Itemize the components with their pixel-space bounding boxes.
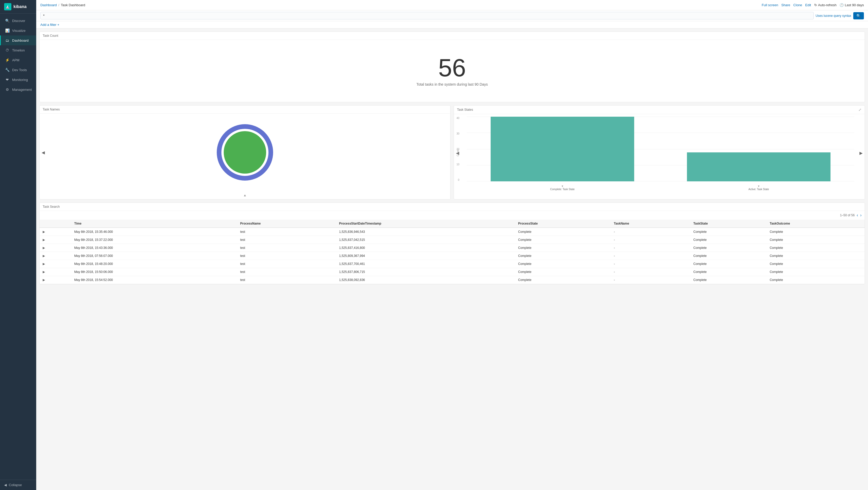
task-count-title: Task Count <box>39 32 865 40</box>
sidebar-collapse-button[interactable]: ◀ Collapse <box>0 480 36 490</box>
cell-taskname: - <box>611 228 690 236</box>
x-axis-labels: ▼ Complete: Task State ▼ Active: Task St… <box>467 184 854 191</box>
search-bar: Uses lucene query syntax 🔍 <box>36 10 868 21</box>
cell-taskname: - <box>611 244 690 252</box>
prev-page-button[interactable]: ‹ <box>857 213 858 218</box>
sidebar-item-apm[interactable]: ⚡ APM <box>0 55 36 65</box>
bar-active <box>663 117 854 181</box>
row-expand-button[interactable]: ▶ <box>43 230 45 234</box>
y-tick-30: 30 <box>457 132 459 135</box>
sidebar-item-visualize[interactable]: 📊 Visualize <box>0 26 36 35</box>
sidebar-item-dashboard[interactable]: 🗂 Dashboard <box>0 35 36 45</box>
cell-processstate: Complete <box>515 252 611 260</box>
devtools-icon: 🔧 <box>5 67 9 72</box>
row-expand-button[interactable]: ▶ <box>43 278 45 282</box>
bar-1-label: Complete: Task State <box>467 188 658 191</box>
cell-taskname: - <box>611 276 690 284</box>
breadcrumb: Dashboard / Task Dashboard <box>40 3 85 7</box>
col-processname: ProcessName <box>237 220 336 228</box>
task-states-panel: Task States ⤢ ▶ ◀ Count <box>454 105 865 200</box>
sidebar-item-discover[interactable]: 🔍 Discover <box>0 16 36 26</box>
task-count-panel: Task Count 56 Total tasks in the system … <box>39 32 865 102</box>
x-axis-label: ▼ Active: Task State <box>663 184 854 191</box>
sidebar-item-label: Visualize <box>12 29 26 33</box>
cell-taskoutcome: Complete <box>767 276 865 284</box>
cell-processstate: Complete <box>515 276 611 284</box>
sidebar-item-timelion[interactable]: ⏱ Timelion <box>0 45 36 55</box>
next-page-button[interactable]: › <box>860 213 862 218</box>
page-nav: ‹ › <box>857 213 862 218</box>
col-taskname: TaskName <box>611 220 690 228</box>
sidebar-item-monitoring[interactable]: ❤ Monitoring <box>0 75 36 85</box>
expand-icon[interactable]: ⤢ <box>859 108 862 112</box>
pie-nav-left-button[interactable]: ◀ <box>42 150 45 155</box>
refresh-icon: ↻ <box>814 3 817 7</box>
sidebar-logo: kibana <box>0 0 36 14</box>
col-expand <box>39 220 71 228</box>
sidebar-nav: 🔍 Discover 📊 Visualize 🗂 Dashboard ⏱ Tim… <box>0 14 36 480</box>
y-tick-40: 40 <box>457 117 459 120</box>
clock-icon: 🕐 <box>840 3 844 7</box>
cell-processname: test <box>237 260 336 268</box>
y-tick-0: 0 <box>458 179 460 181</box>
cell-taskstate: Complete <box>690 244 767 252</box>
lucene-hint[interactable]: Uses lucene query syntax <box>816 14 851 18</box>
auto-refresh-button[interactable]: ↻ Auto-refresh <box>814 3 837 7</box>
cell-time: May 8th 2018, 15:35:46.000 <box>71 228 237 236</box>
row-expand-button[interactable]: ▶ <box>43 246 45 250</box>
y-tick-10: 10 <box>457 163 459 166</box>
col-taskoutcome: TaskOutcome <box>767 220 865 228</box>
cell-taskoutcome: Complete <box>767 260 865 268</box>
bar-nav-right-button[interactable]: ▶ <box>860 151 863 155</box>
bar-2-icon: ▼ <box>757 185 760 188</box>
cell-time: May 8th 2018, 07:56:07.000 <box>71 252 237 260</box>
search-button[interactable]: 🔍 <box>853 12 864 20</box>
cell-processname: test <box>237 252 336 260</box>
cell-processname: test <box>237 236 336 244</box>
task-search-panel: Task Search 1–50 of 56 ‹ › Time ProcessN… <box>39 203 865 284</box>
cell-taskname: - <box>611 252 690 260</box>
search-input[interactable] <box>40 12 814 20</box>
x-axis-label: ▼ Complete: Task State <box>467 184 658 191</box>
share-button[interactable]: Share <box>781 3 790 7</box>
edit-button[interactable]: Edit <box>805 3 811 7</box>
cell-processstart: 1,525,837,042,515 <box>336 236 515 244</box>
apm-icon: ⚡ <box>5 58 9 62</box>
row-expand-button[interactable]: ▶ <box>43 254 45 258</box>
breadcrumb-dashboard-link[interactable]: Dashboard <box>40 3 57 7</box>
bar-complete-rect <box>491 117 634 181</box>
sidebar-item-devtools[interactable]: 🔧 Dev Tools <box>0 65 36 75</box>
row-expand-button[interactable]: ▶ <box>43 262 45 266</box>
row-expand-button[interactable]: ▶ <box>43 238 45 242</box>
pagination-info: 1–50 of 56 <box>840 213 855 217</box>
task-search-title: Task Search <box>39 203 865 211</box>
filter-bar: Add a filter + <box>36 21 868 28</box>
sidebar-item-label: Dev Tools <box>12 68 27 72</box>
pie-bottom-button[interactable]: ▲ <box>243 193 247 197</box>
sidebar-item-label: Discover <box>12 19 25 23</box>
time-range-button[interactable]: 🕐 Last 90 days <box>840 3 864 7</box>
dashboard-icon: 🗂 <box>5 38 9 43</box>
col-time: Time <box>71 220 237 228</box>
cell-processstart: 1,525,837,700,461 <box>336 260 515 268</box>
collapse-arrow-icon: ◀ <box>4 483 7 487</box>
fullscreen-button[interactable]: Full screen <box>762 3 778 7</box>
sidebar: kibana 🔍 Discover 📊 Visualize 🗂 Dashboar… <box>0 0 36 490</box>
management-icon: ⚙ <box>5 87 9 92</box>
row-expand-button[interactable]: ▶ <box>43 270 45 274</box>
monitoring-icon: ❤ <box>5 78 9 82</box>
donut-svg <box>216 124 273 181</box>
cell-taskoutcome: Complete <box>767 244 865 252</box>
table-row: ▶ May 8th 2018, 15:43:36.000 test 1,525,… <box>39 244 865 252</box>
sidebar-item-management[interactable]: ⚙ Management <box>0 85 36 94</box>
cell-processname: test <box>237 268 336 276</box>
y-axis: 40 30 20 10 0 <box>457 117 459 181</box>
clone-button[interactable]: Clone <box>793 3 802 7</box>
task-table: Time ProcessName ProcessStartDateTimesta… <box>39 220 865 284</box>
bars-container <box>467 117 854 181</box>
cell-taskoutcome: Complete <box>767 268 865 276</box>
metric-subtitle: Total tasks in the system during last 90… <box>416 82 488 86</box>
cell-taskstate: Complete <box>690 228 767 236</box>
add-filter-button[interactable]: Add a filter + <box>40 23 59 27</box>
table-row: ▶ May 8th 2018, 15:35:46.000 test 1,525,… <box>39 228 865 236</box>
